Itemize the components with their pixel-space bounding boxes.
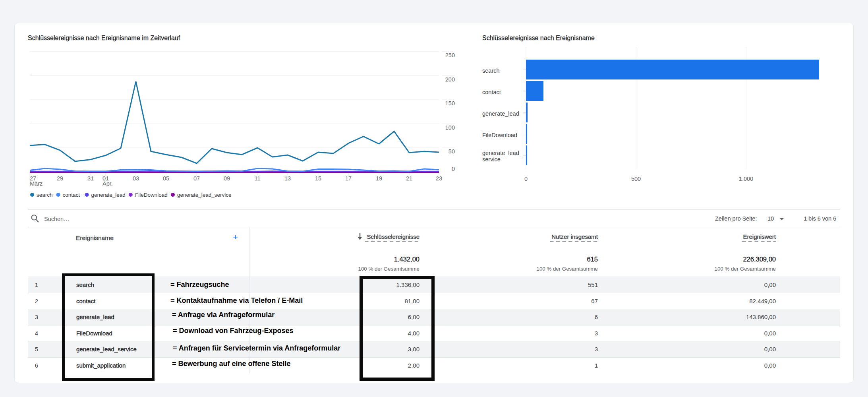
- svg-text:17: 17: [345, 175, 352, 182]
- svg-text:21: 21: [406, 175, 412, 182]
- svg-text:FileDownload: FileDownload: [482, 132, 517, 138]
- svg-text:contact: contact: [482, 89, 501, 95]
- svg-text:500: 500: [631, 176, 641, 182]
- svg-text:250: 250: [445, 52, 455, 58]
- svg-text:search: search: [482, 68, 500, 74]
- svg-text:1.000: 1.000: [739, 176, 753, 182]
- svg-text:generate_lead: generate_lead: [482, 110, 519, 117]
- svg-text:05: 05: [163, 175, 169, 182]
- svg-text:07: 07: [193, 175, 200, 182]
- svg-text:23: 23: [436, 175, 442, 182]
- svg-text:generate_lead_: generate_lead_: [482, 150, 523, 156]
- svg-text:0: 0: [524, 176, 528, 182]
- svg-text:service: service: [482, 156, 501, 163]
- svg-text:0: 0: [452, 166, 455, 172]
- svg-text:FileDownload: FileDownload: [135, 192, 168, 198]
- svg-text:search: search: [37, 192, 53, 198]
- svg-text:Apr.: Apr.: [102, 180, 113, 187]
- svg-text:15: 15: [315, 175, 321, 182]
- svg-text:contact: contact: [63, 192, 80, 198]
- svg-text:150: 150: [445, 100, 455, 107]
- svg-text:100: 100: [445, 124, 455, 131]
- svg-text:generate_lead_service: generate_lead_service: [177, 192, 232, 198]
- svg-text:31: 31: [87, 175, 94, 182]
- svg-text:13: 13: [284, 175, 291, 182]
- svg-text:09: 09: [224, 175, 230, 182]
- svg-text:50: 50: [448, 148, 455, 155]
- svg-text:19: 19: [376, 175, 382, 182]
- svg-text:200: 200: [445, 76, 455, 83]
- svg-text:generate_lead: generate_lead: [91, 192, 126, 198]
- svg-text:Schlüsselereignisse nach Ereig: Schlüsselereignisse nach Ereignisname im…: [28, 35, 180, 41]
- svg-text:März: März: [30, 180, 43, 187]
- svg-text:Schlüsselereignisse nach Ereig: Schlüsselereignisse nach Ereignisname: [482, 35, 595, 41]
- svg-text:03: 03: [133, 175, 139, 182]
- svg-text:29: 29: [57, 175, 63, 182]
- svg-text:11: 11: [254, 175, 260, 182]
